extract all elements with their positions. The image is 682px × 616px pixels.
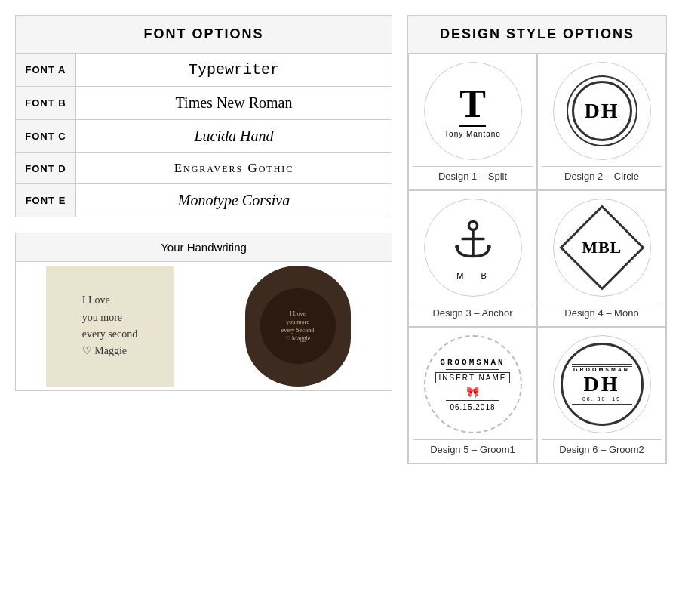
handwriting-title: Your Handwriting xyxy=(16,233,392,262)
design5-groomsman: GROOMSMAN xyxy=(440,358,505,367)
svg-point-0 xyxy=(468,221,477,229)
design2-circle: DH xyxy=(553,62,651,160)
design6-label: Design 6 – Groom2 xyxy=(542,439,662,459)
design-cell-3[interactable]: M B Design 3 – Anchor xyxy=(408,190,537,327)
design5-circle: GROOMSMAN INSERT NAME 🎀 06.15.2018 xyxy=(424,335,522,433)
right-panel: DESIGN STYLE OPTIONS T Tony Mantano Desi… xyxy=(407,15,667,601)
design5-insert: INSERT NAME xyxy=(435,372,511,383)
design3-initial-b: B xyxy=(481,271,488,280)
handwriting-images: I Loveyou moreevery second♡ Maggie I Lov… xyxy=(16,262,392,390)
design-cell-1[interactable]: T Tony Mantano Design 1 – Split xyxy=(408,54,537,190)
design3-initial-m: M xyxy=(456,271,465,280)
design1-content: T Tony Mantano xyxy=(444,85,501,138)
font-name-e: Monotype Corsiva xyxy=(76,184,392,217)
svg-point-4 xyxy=(487,245,491,249)
font-name-a: Typewriter xyxy=(76,54,392,87)
font-label-d: FONT D xyxy=(16,153,76,184)
design1-circle: T Tony Mantano xyxy=(424,62,522,160)
font-label-c: FONT C xyxy=(16,120,76,153)
design6-letters: DH xyxy=(584,372,620,396)
font-label-e: FONT E xyxy=(16,184,76,217)
svg-point-3 xyxy=(455,245,459,249)
design5-date: 06.15.2018 xyxy=(450,403,495,411)
design2-letters: DH xyxy=(585,99,619,123)
handwriting-note: I Loveyou moreevery second♡ Maggie xyxy=(46,266,174,387)
font-label-b: FONT B xyxy=(16,87,76,120)
design6-groomsman: GROOMSMAN xyxy=(573,367,630,372)
design6-line-1 xyxy=(572,364,632,365)
design4-content: MBL xyxy=(559,205,644,290)
design6-line-4 xyxy=(572,404,632,405)
font-row-c: FONT C Lucida Hand xyxy=(16,120,392,153)
design6-outer-ring: GROOMSMAN DH 06. 30. 19 xyxy=(561,343,644,426)
anchor-icon xyxy=(447,215,499,268)
font-row-b: FONT B Times New Roman xyxy=(16,87,392,120)
design-cell-2[interactable]: DH Design 2 – Circle xyxy=(537,54,666,190)
design6-inner-content: GROOMSMAN DH 06. 30. 19 xyxy=(572,364,632,405)
design-cell-4[interactable]: MBL Design 4 – Mono xyxy=(537,190,666,327)
design-cell-6[interactable]: GROOMSMAN DH 06. 30. 19 Design 6 – Groom… xyxy=(537,327,666,464)
left-panel: FONT OPTIONS FONT A Typewriter FONT B Ti… xyxy=(15,15,392,601)
design6-bottom-lines xyxy=(572,402,632,405)
design6-date: 06. 30. 19 xyxy=(582,396,621,402)
design4-letters: MBL xyxy=(582,238,622,257)
design5-divider-bottom xyxy=(446,400,499,401)
watch-box: I Loveyou moreevery Second♡ Maggie xyxy=(204,262,392,390)
design1-label: Design 1 – Split xyxy=(413,166,533,186)
design2-label: Design 2 – Circle xyxy=(542,166,662,186)
design-grid: T Tony Mantano Design 1 – Split DH Desig… xyxy=(407,53,667,464)
design5-bow: 🎀 xyxy=(466,386,479,398)
font-table: FONT A Typewriter FONT B Times New Roman… xyxy=(15,53,392,217)
design4-circle: MBL xyxy=(553,199,651,297)
watch-simulation: I Loveyou moreevery Second♡ Maggie xyxy=(245,266,351,387)
watch-face: I Loveyou moreevery Second♡ Maggie xyxy=(260,288,336,364)
font-row-a: FONT A Typewriter xyxy=(16,54,392,87)
font-row-d: FONT D Engravers Gothic xyxy=(16,153,392,184)
design5-divider-top xyxy=(446,369,499,370)
design6-circle: GROOMSMAN DH 06. 30. 19 xyxy=(553,335,651,433)
design3-circle: M B xyxy=(424,199,522,297)
design1-name: Tony Mantano xyxy=(444,130,501,138)
font-name-d: Engravers Gothic xyxy=(76,153,392,184)
font-options-title: FONT OPTIONS xyxy=(15,15,392,53)
design6-line-3 xyxy=(572,402,632,402)
design3-content: M B xyxy=(447,215,499,280)
design-options-title: DESIGN STYLE OPTIONS xyxy=(407,15,667,53)
handwriting-note-box: I Loveyou moreevery second♡ Maggie xyxy=(16,262,204,390)
design5-label: Design 5 – Groom1 xyxy=(413,439,533,459)
font-row-e: FONT E Monotype Corsiva xyxy=(16,184,392,217)
font-label-a: FONT A xyxy=(16,54,76,87)
font-name-c: Lucida Hand xyxy=(76,120,392,153)
handwriting-section: Your Handwriting I Loveyou moreevery sec… xyxy=(15,233,392,391)
design2-content: DH xyxy=(572,81,632,141)
design4-label: Design 4 – Mono xyxy=(542,303,662,322)
design1-letter: T xyxy=(459,85,486,127)
font-name-b: Times New Roman xyxy=(76,87,392,120)
design3-label: Design 3 – Anchor xyxy=(413,303,533,322)
design-cell-5[interactable]: GROOMSMAN INSERT NAME 🎀 06.15.2018 Desig… xyxy=(408,327,537,464)
design5-content: GROOMSMAN INSERT NAME 🎀 06.15.2018 xyxy=(435,358,511,411)
